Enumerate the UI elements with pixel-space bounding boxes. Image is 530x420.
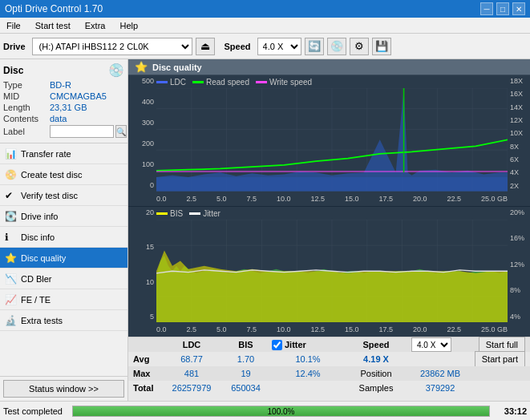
close-button[interactable]: ✕ [512,2,525,15]
sidebar-item-transfer-rate[interactable]: 📊 Transfer rate [0,143,127,164]
charts-container: LDC Read speed Write speed 500 400 300 [128,75,530,337]
disc-info-icon: ℹ [5,232,16,243]
disc-label-row: Label 🔍 [3,125,124,138]
chart2-svg [156,220,508,323]
verify-test-icon: ✔ [5,190,16,201]
mid-label: MID [3,91,50,101]
chart2-y-axis-right: 20% 16% 12% 8% 4% [508,207,530,323]
chart1-svg [156,88,508,192]
mid-value: CMCMAGBA5 [50,91,107,101]
nav-label-verify-test: Verify test disc [21,191,78,200]
disc-contents-row: Contents data [3,114,124,123]
stats-position-label: Position [344,369,408,378]
menu-file[interactable]: File [3,19,24,32]
legend-ldc-color [156,81,168,83]
speed-select[interactable]: 4.0 X [257,38,301,55]
sidebar-item-cd-bler[interactable]: 📉 CD Bler [0,269,127,289]
chart1-legend: LDC Read speed Write speed [156,78,312,87]
start-part-button[interactable]: Start part [475,351,525,367]
menu-start-test[interactable]: Start test [32,19,74,32]
cd-bler-icon: 📉 [5,273,16,285]
nav-label-disc-info: Disc info [21,232,55,242]
stats-total-label: Total [133,383,164,393]
legend-jitter-label: Jitter [203,209,220,218]
chart1-ldc-readspeed: LDC Read speed Write speed 500 400 300 [128,75,530,207]
progress-label: Test completed [3,406,67,416]
sidebar: Disc 💿 Type BD-R MID CMCMAGBA5 Length 23… [0,59,128,401]
eject-button[interactable]: ⏏ [196,38,215,55]
legend-ldc-label: LDC [170,78,186,87]
label-input[interactable] [50,125,114,138]
drive-select[interactable]: (H:) ATAPI iHBS112 2 CL0K [32,38,192,55]
refresh-button[interactable]: 🔄 [305,38,324,55]
stats-bar: LDC BIS Jitter Speed 4.0 X Start full Av… [128,337,530,401]
legend-jitter-color [189,212,200,215]
sidebar-item-extra-tests[interactable]: 🔬 Extra tests [0,310,127,331]
sidebar-item-disc-info[interactable]: ℹ Disc info [0,227,127,248]
length-label: Length [3,103,50,112]
sidebar-item-verify-test[interactable]: ✔ Verify test disc [0,185,127,206]
main-layout: Disc 💿 Type BD-R MID CMCMAGBA5 Length 23… [0,59,530,401]
disc-panel-icon: 💿 [108,63,124,78]
menu-help[interactable]: Help [116,19,141,32]
start-full-button[interactable]: Start full [479,337,525,353]
disc-quality-title: Disc quality [152,63,202,72]
length-value: 23,31 GB [50,103,87,112]
nav-label-drive-info: Drive info [21,212,58,221]
status-window-button[interactable]: Status window >> [3,380,124,398]
chart1-y-axis-left: 500 400 300 200 100 0 [128,75,156,192]
stats-avg-speed-val: 4.19 X [363,354,389,364]
stats-avg-ldc: 68.77 [164,354,220,364]
disc-quality-header-icon: ⭐ [135,61,148,73]
chart1-x-axis: 0.0 2.5 5.0 7.5 10.0 12.5 15.0 17.5 20.0… [156,192,508,206]
sidebar-item-drive-info[interactable]: 💽 Drive info [0,206,127,227]
chart2-bis-jitter: BIS Jitter 20 15 10 5 20% 16% 12% [128,207,530,337]
maximize-button[interactable]: □ [496,2,509,15]
save-button[interactable]: 💾 [372,38,391,55]
nav-label-disc-quality: Disc quality [21,253,66,263]
stats-header-ldc: LDC [164,340,220,349]
disc-panel: Disc 💿 Type BD-R MID CMCMAGBA5 Length 23… [0,59,127,143]
sidebar-item-fe-te[interactable]: 📈 FE / TE [0,289,127,310]
nav-label-create-test: Create test disc [21,170,82,180]
chart2-legend: BIS Jitter [156,209,220,218]
chart2-canvas [156,220,508,323]
window-controls: ─ □ ✕ [480,2,525,15]
chart1-y-axis-right: 18X 16X 14X 12X 10X 8X 6X 4X 2X [508,75,530,192]
type-value: BD-R [50,80,71,90]
jitter-checkbox[interactable] [272,340,282,350]
sidebar-bottom: Status window >> [0,376,127,401]
sidebar-item-create-test[interactable]: 📀 Create test disc [0,164,127,185]
time-display: 33:12 [495,406,527,416]
legend-readspeed: Read speed [192,78,249,87]
legend-writespeed: Write speed [256,78,312,87]
stats-max-bis: 19 [220,369,272,378]
label-edit-button[interactable]: 🔍 [115,125,127,138]
titlebar: Opti Drive Control 1.70 ─ □ ✕ [0,0,530,18]
speed-label: Speed [225,42,251,51]
stats-speed-dropdown[interactable]: 4.0 X [411,337,451,352]
stats-header-jitter: Jitter [285,340,306,349]
extra-tests-icon: 🔬 [5,315,16,326]
sidebar-nav: 📊 Transfer rate 📀 Create test disc ✔ Ver… [0,143,127,376]
legend-bis: BIS [156,209,183,218]
sidebar-item-disc-quality[interactable]: ⭐ Disc quality [0,248,127,269]
menu-extra[interactable]: Extra [82,19,109,32]
contents-value: data [50,114,67,123]
minimize-button[interactable]: ─ [480,2,493,15]
toolbar: Drive (H:) ATAPI iHBS112 2 CL0K ⏏ Speed … [0,34,530,59]
create-test-icon: 📀 [5,169,16,180]
disc-quality-icon: ⭐ [5,252,16,264]
legend-jitter: Jitter [189,209,220,218]
disc-length-row: Length 23,31 GB [3,103,124,112]
disc-mid-row: MID CMCMAGBA5 [3,91,124,101]
disc-icon-btn[interactable]: 💿 [327,38,346,55]
jitter-check-container: Jitter [272,340,344,350]
settings-icon-btn[interactable]: ⚙ [350,38,369,55]
nav-label-transfer-rate: Transfer rate [21,149,71,159]
legend-writespeed-color [256,81,267,83]
stats-avg-speed: 4.19 X [344,354,408,364]
content-area: ⭐ Disc quality LDC Read speed [128,59,530,401]
chart1-canvas [156,88,508,192]
stats-position-value: 23862 MB [408,369,472,378]
